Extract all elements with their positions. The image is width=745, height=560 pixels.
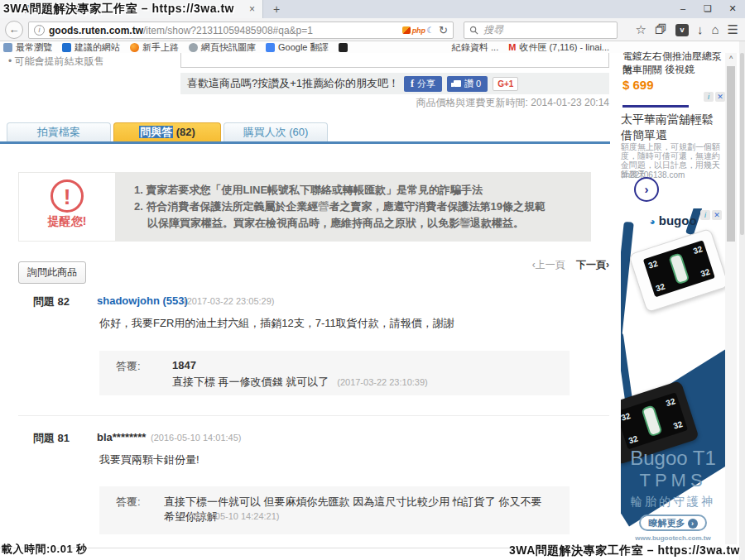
tab-close-icon[interactable]: × bbox=[247, 3, 257, 15]
prev-page-link[interactable]: ‹上一頁 bbox=[532, 259, 565, 270]
bugoo-ad-banner[interactable]: ◕ bugoo i ✕ 32 32 32 32 32 32 32 bbox=[621, 208, 725, 544]
adchoices-controls: i ✕ bbox=[700, 210, 722, 220]
tpms-device-white: 32 32 32 32 bbox=[628, 228, 725, 314]
tire-pressure-value: 32 bbox=[692, 244, 704, 256]
url-domain: goods.ruten.com.tw bbox=[49, 25, 143, 36]
brush-stroke bbox=[621, 222, 634, 346]
globe-icon bbox=[189, 43, 198, 52]
share-label: 分享 bbox=[417, 78, 435, 90]
tire-pressure-value: 32 bbox=[627, 433, 639, 445]
bugoo-logo-icon: ◕ bbox=[649, 216, 655, 227]
tire-pressure-value: 32 bbox=[647, 259, 659, 270]
close-button[interactable]: ✕ bbox=[720, 0, 745, 18]
translate-icon bbox=[266, 43, 275, 52]
bookmark-favicon bbox=[62, 43, 71, 52]
bookmark-item[interactable]: Google 翻譯 bbox=[266, 41, 329, 54]
search-bar[interactable]: 搜尋 bbox=[464, 22, 618, 39]
warning-line-1: 1. 賣家若要求您「使用LINE帳號私下聯絡或轉帳匯款」是常見的詐騙手法 bbox=[134, 182, 581, 199]
downloads-icon[interactable]: ↓ bbox=[697, 21, 704, 39]
item-tabs: 拍賣檔案 問與答 (82) 購買人次 (60) bbox=[7, 122, 328, 141]
google-plus-button[interactable]: G+1 bbox=[493, 77, 518, 91]
ad-close-icon[interactable]: ✕ bbox=[715, 92, 725, 102]
next-page-link[interactable]: 下一頁› bbox=[576, 259, 609, 270]
ad-arrow-button[interactable]: › bbox=[634, 177, 659, 202]
window-controls: – ❏ ✕ bbox=[670, 0, 745, 18]
bookmark-item-gmail[interactable]: M收件匣 (7,116) - linai... bbox=[508, 41, 609, 54]
reload-icon[interactable]: ↻ bbox=[439, 24, 448, 36]
ask-question-button[interactable]: 詢問此商品 bbox=[18, 261, 86, 284]
warning-line-2: 2. 符合消費者保護法所定義屬於企業經營者之賣家，應遵守消費者保護法第19條之規… bbox=[134, 199, 581, 215]
url-bar[interactable]: i goods.ruten.com.tw /item/show?21311059… bbox=[28, 22, 454, 39]
question-user-link[interactable]: shadowjohn (553) bbox=[97, 294, 188, 307]
answer-line-1: 1847 bbox=[172, 359, 196, 371]
minimize-button[interactable]: – bbox=[670, 0, 695, 18]
pocket-icon[interactable]: v bbox=[675, 24, 689, 36]
learn-more-label: 瞭解更多 bbox=[648, 518, 685, 528]
warning-icon-panel: ! 提醒您! bbox=[19, 173, 115, 241]
thumb-up-icon bbox=[454, 80, 461, 87]
maximize-button[interactable]: ❏ bbox=[695, 0, 720, 18]
answer-timestamp: (2017-03-22 23:10:39) bbox=[337, 377, 427, 387]
ad-close-icon[interactable]: ✕ bbox=[712, 210, 722, 220]
tire-pressure-value: 32 bbox=[621, 411, 632, 423]
tabs-underline bbox=[0, 141, 610, 144]
bookmark-label: Google 翻譯 bbox=[278, 41, 329, 54]
warning-line-3: 以保障買家權益。買家在檢視商品時，應維持商品之原狀，以免影響退款權益。 bbox=[134, 215, 581, 232]
warning-title: 提醒您! bbox=[19, 214, 115, 229]
ad-divider bbox=[622, 105, 689, 108]
facebook-like-button[interactable]: 讚 0 bbox=[447, 76, 488, 92]
scrollbar-thumb[interactable] bbox=[727, 66, 735, 242]
search-placeholder: 搜尋 bbox=[483, 23, 503, 37]
bookmark-item[interactable]: 最常瀏覽 bbox=[3, 41, 52, 54]
bugoo-slogan: 輪胎的守護神 bbox=[621, 495, 725, 510]
bookmark-item[interactable]: 建議的網站 bbox=[62, 41, 120, 54]
bugoo-url: www.bugootech.com.tw bbox=[621, 534, 725, 542]
chevron-right-icon: › bbox=[688, 519, 698, 529]
ad-text-line[interactable]: 煞車開關 後視鏡 bbox=[622, 63, 725, 76]
question-label: 問題 82 bbox=[33, 294, 70, 309]
watermark-top: 3WA問題解決專家工作室 – https://3wa.tw bbox=[3, 2, 234, 17]
extension-icon bbox=[402, 26, 411, 34]
social-share-bar: 喜歡這商品嗎?按讚及+1推薦給你的朋友吧！ f分享 讚 0 G+1 bbox=[180, 73, 609, 94]
ad-title[interactable]: 太平華南當舖輕鬆借簡單還 bbox=[621, 112, 722, 143]
ad-info-icon[interactable]: i bbox=[700, 210, 710, 220]
tab-qa-highlight: 問與答 bbox=[139, 126, 173, 138]
library-icon[interactable]: 🗇 bbox=[655, 21, 667, 39]
bookmark-label: 最常瀏覽 bbox=[16, 41, 52, 54]
answer-box: 答覆: 1847 直接下標 再一修改價錢 就可以了(2017-03-22 23:… bbox=[99, 351, 570, 395]
extension-badge[interactable]: php ☾ bbox=[402, 26, 434, 35]
tab-auction-profile[interactable]: 拍賣檔案 bbox=[7, 122, 111, 141]
new-tab-button[interactable]: + bbox=[267, 2, 286, 17]
learn-more-button[interactable]: 瞭解更多 › bbox=[639, 515, 707, 531]
site-info-icon[interactable]: i bbox=[34, 25, 45, 36]
menu-icon[interactable]: ☰ bbox=[728, 21, 738, 39]
bookmark-item[interactable]: 網頁快訊圖庫 bbox=[189, 41, 256, 54]
bookmark-label: 網頁快訊圖庫 bbox=[201, 41, 256, 54]
answer-label: 答覆: bbox=[116, 495, 141, 510]
navigation-toolbar: ← i goods.ruten.com.tw /item/show?213110… bbox=[0, 18, 745, 41]
back-button[interactable]: ← bbox=[5, 21, 23, 39]
warning-text: 1. 賣家若要求您「使用LINE帳號私下聯絡或轉帳匯款」是常見的詐騙手法 2. … bbox=[134, 182, 581, 232]
ad-frame-scrollbar[interactable]: ^ bbox=[725, 53, 737, 544]
facebook-share-button[interactable]: f分享 bbox=[404, 76, 442, 92]
bookmark-favicon bbox=[3, 43, 12, 52]
bookmark-item[interactable]: 新手上路 bbox=[130, 41, 179, 54]
tire-pressure-value: 32 bbox=[672, 419, 684, 431]
home-icon[interactable]: ⌂ bbox=[711, 21, 719, 39]
window-scrollbar[interactable] bbox=[739, 41, 745, 560]
tab-buyers[interactable]: 購買人次 (60) bbox=[223, 122, 328, 141]
answer-box: 答覆: 直接下標一件就可以 但要麻煩你先匯款 因為這尺寸比較少用 怕訂貨了 你又… bbox=[99, 486, 570, 534]
car-graphic bbox=[641, 404, 662, 437]
bookmark-star-icon[interactable]: ☆ bbox=[636, 21, 646, 39]
ad-info-icon[interactable]: i bbox=[704, 92, 714, 102]
tab-qa[interactable]: 問與答 (82) bbox=[113, 122, 221, 141]
notice-list-item: • 可能會提前結束販售 bbox=[8, 55, 104, 69]
scrollbar-thumb[interactable] bbox=[740, 53, 744, 235]
bookmark-item[interactable] bbox=[339, 43, 351, 52]
question-timestamp: (2017-03-22 23:05:29) bbox=[184, 296, 274, 306]
search-icon bbox=[469, 26, 478, 35]
scroll-up-icon[interactable]: ^ bbox=[725, 55, 737, 63]
bookmark-item-history[interactable]: 紀錄資料 ... bbox=[452, 41, 498, 54]
load-time-text: 載入時間:0.01 秒 bbox=[2, 542, 88, 557]
moon-icon: ☾ bbox=[426, 26, 434, 35]
